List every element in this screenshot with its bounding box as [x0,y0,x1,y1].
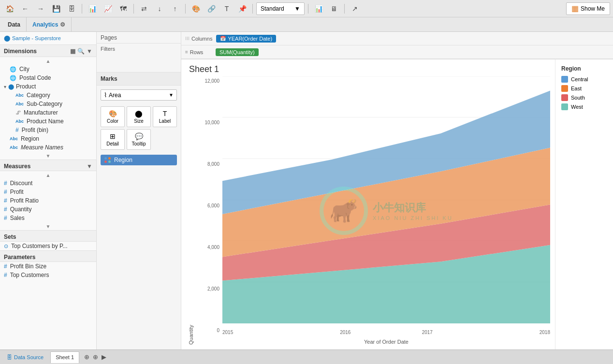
legend-item-west[interactable]: West [561,103,607,110]
sidebar-item-subcategory[interactable]: Abc Sub-Category [0,100,96,108]
home-btn[interactable]: 🏠 [3,2,16,15]
show-me-button[interactable]: ▦ Show Me [566,2,610,15]
dimensions-menu-icon[interactable]: ▼ [87,48,92,55]
forward-btn[interactable]: → [34,2,47,15]
hash-icon-pbs: # [4,263,7,270]
tab-data[interactable]: Data [2,17,27,31]
rows-label: ≡ Rows [185,49,212,55]
marks-color-btn[interactable]: 🎨 Color [101,106,125,127]
y-axis-label: Quantity [186,76,196,345]
pin-btn[interactable]: 📌 [235,2,249,15]
hash-icon-pr: # [4,197,7,204]
set-icon: ⊙ [4,243,8,249]
area-chart-svg [222,76,550,323]
sidebar-item-profit-bin[interactable]: # Profit (bin) [0,126,96,134]
year-order-date-pill[interactable]: 📅 YEAR(Order Date) [216,35,276,43]
region-pill[interactable]: Region [101,155,177,165]
marks-buttons-grid: 🎨 Color ⬤ Size T Label ⊞ Detail 💬 To [97,104,181,152]
sidebar-item-city[interactable]: 🌐 City [0,65,96,73]
sidebar-item-category[interactable]: Abc Category [0,91,96,100]
columns-rows-area: ⁝⁝⁝ Columns 📅 YEAR(Order Date) ≡ Rows SU… [181,32,613,59]
sidebar-item-product-name[interactable]: Abc Product Name [0,117,96,126]
chart-inner: 12,000 10,000 8,000 6,000 4,000 2,000 0 [196,76,550,345]
sum-quantity-pill[interactable]: SUM(Quantity) [216,48,259,56]
legend-item-central[interactable]: Central [561,76,607,83]
marks-type-dropdown[interactable]: ⌇ Area ▼ [101,89,177,101]
columns-row: ⁝⁝⁝ Columns 📅 YEAR(Order Date) [181,32,613,45]
x-tick-2017: 2017 [386,330,468,335]
x-tick-2015: 2015 [222,330,305,335]
marks-size-btn[interactable]: ⬤ Size [127,106,151,127]
sidebar-item-top-customers-set[interactable]: ⊙ Top Customers by P... [0,242,96,250]
label-icon: T [163,110,167,117]
dimensions-scroll-down[interactable]: ▼ [0,152,96,160]
tab-settings-icon[interactable]: ⚙ [60,21,65,28]
data-source-tab[interactable]: 🗄 Data Source [2,351,48,363]
present-btn[interactable]: 🖥 [327,2,341,15]
add-datasource-btn[interactable]: 🗄 [65,2,78,15]
map-btn[interactable]: 🗺 [117,2,130,15]
sidebar-item-region[interactable]: Abc Region [0,134,96,143]
sort-desc-btn[interactable]: ↓ [153,2,166,15]
color-btn[interactable]: 🎨 [189,2,203,15]
text-btn[interactable]: T [220,2,234,15]
sidebar-item-postal-code[interactable]: 🌐 Postal Code [0,73,96,82]
toolbar: 🏠 ← → 💾 🗄 📊 📈 🗺 ⇄ ↓ ↑ 🎨 🔗 T 📌 Standard ▼… [0,0,613,17]
sidebar-item-manufacturer[interactable]: 🖇 Manufacturer [0,108,96,117]
analytics-btn[interactable]: 📈 [101,2,115,15]
columns-label: ⁝⁝⁝ Columns [185,36,212,42]
sidebar-item-discount[interactable]: # Discount [0,179,96,188]
sidebar-item-profit-bin-size[interactable]: # Profit Bin Size [0,262,96,271]
sidebar-item-top-customers-param[interactable]: # Top Customers [0,271,96,279]
legend-item-south[interactable]: South [561,94,607,101]
swap-btn[interactable]: ⇄ [137,2,151,15]
save-btn[interactable]: 💾 [49,2,63,15]
datasource-label[interactable]: ⬤ Sample - Superstore [0,32,96,45]
x-tick-2018: 2018 [468,330,551,335]
abc-icon-pname: Abc [15,119,24,124]
sidebar-item-profit[interactable]: # Profit [0,188,96,196]
marks-header: Marks [97,73,181,86]
insert-btn[interactable]: 📊 [86,2,99,15]
new-sheet-icon[interactable]: ⊕ [83,352,90,362]
tab-analytics[interactable]: Analytics ⚙ [27,17,72,31]
calendar-icon: 📅 [220,36,226,41]
dimensions-grid-icon[interactable]: ▦ [70,48,75,55]
sidebar-item-profit-ratio[interactable]: # Profit Ratio [0,196,96,205]
back-btn[interactable]: ← [18,2,32,15]
dimensions-header: Dimensions ▦ 🔍 ▼ [0,45,96,57]
measures-scroll-up[interactable]: ▲ [0,171,96,179]
legend-item-east[interactable]: East [561,85,607,92]
link-btn[interactable]: 🔗 [204,2,218,15]
sep6 [344,4,345,14]
marks-label-btn[interactable]: T Label [153,106,177,127]
filters-section: Filters [97,44,181,73]
new-dashboard-icon[interactable]: ▶ [101,352,107,362]
x-tick-2016: 2016 [305,330,387,335]
marks-detail-btn[interactable]: ⊞ Detail [101,129,125,150]
y-tick-12000: 12,000 [204,78,219,84]
sidebar-item-product-parent[interactable]: ▾ ⬤ Product [0,82,96,91]
duplicate-sheet-icon[interactable]: ⊕ [92,352,99,362]
area-chart-icon: ⌇ [104,91,107,99]
bottom-icons: ⊕ ⊕ ▶ [83,352,107,362]
y-tick-8000: 8,000 [207,161,219,167]
marks-tooltip-btn[interactable]: 💬 Tooltip [127,129,151,150]
dimensions-scroll-up[interactable]: ▲ [0,57,96,65]
sort-asc-btn[interactable]: ↑ [168,2,182,15]
share-btn[interactable]: ↗ [348,2,362,15]
sidebar-item-measure-names[interactable]: Abc Measure Names [0,143,96,152]
sheet-tab-1[interactable]: Sheet 1 [50,351,79,363]
west-swatch [561,103,568,110]
sidebar-item-quantity[interactable]: # Quantity [0,205,96,214]
abc-icon-sub: Abc [15,102,24,106]
chart-type-btn[interactable]: 📊 [312,2,325,15]
dimensions-search-icon[interactable]: 🔍 [77,48,85,55]
standard-dropdown[interactable]: Standard ▼ [256,2,305,15]
sep2 [133,4,134,14]
south-swatch [561,94,568,101]
measures-scroll-down[interactable]: ▼ [0,222,96,230]
sidebar-item-sales[interactable]: # Sales [0,214,96,222]
detail-icon: ⊞ [110,132,116,140]
measures-menu-icon[interactable]: ▼ [87,163,92,170]
